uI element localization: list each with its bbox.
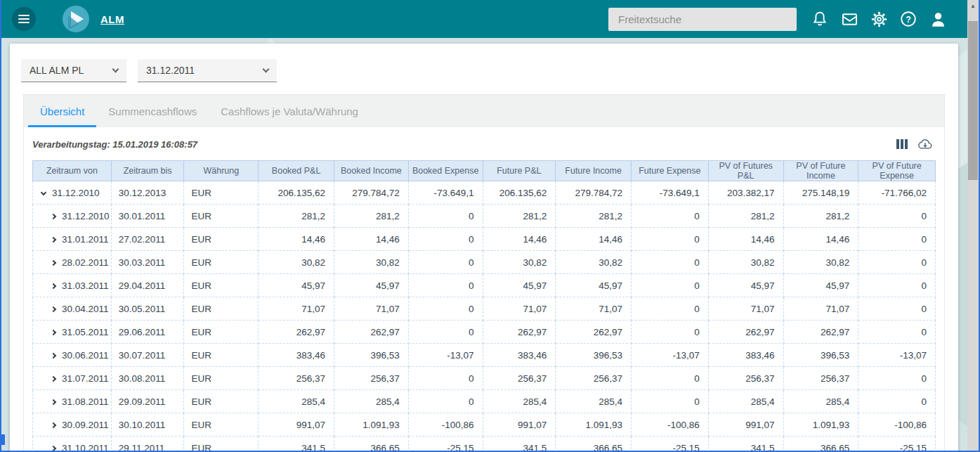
cell-zeitraum-bis: 30.05.2011 — [111, 297, 184, 321]
cell-zeitraum-von: 31.05.2011 — [33, 321, 112, 344]
col-header-pv-future-income[interactable]: PV of Future Income — [783, 161, 858, 181]
col-header-pv-futures-pl[interactable]: PV of Futures P&L — [708, 161, 783, 181]
col-header-future-expense[interactable]: Future Expense — [632, 161, 709, 181]
hamburger-menu-icon[interactable] — [12, 7, 36, 31]
cell-future-pl: 383,46 — [483, 344, 556, 367]
cell-booked-income: 366,65 — [334, 437, 409, 452]
table-row[interactable]: 31.10.2011 29.11.2011 EUR 341,5 366,65 -… — [33, 437, 936, 452]
cell-future-expense: 0 — [632, 205, 709, 228]
table-row[interactable]: 30.06.2011 30.07.2011 EUR 383,46 396,53 … — [33, 344, 936, 367]
table-row[interactable]: 31.01.2011 27.02.2011 EUR 14,46 14,46 0 … — [33, 228, 936, 251]
expand-chevron-icon[interactable] — [51, 236, 56, 242]
brand-name[interactable]: ALM — [100, 13, 124, 25]
cell-pv-future-expense: 0 — [858, 274, 936, 297]
scrollbar-up-arrow-icon[interactable]: ▲ — [967, 0, 979, 12]
vertical-scrollbar[interactable]: ▲ — [967, 0, 979, 452]
cell-pv-future-expense: 0 — [858, 367, 936, 390]
expand-chevron-icon[interactable] — [51, 375, 56, 381]
tab-uebersicht[interactable]: Übersicht — [28, 95, 96, 127]
inbox-button[interactable] — [835, 5, 864, 33]
cell-future-income: 279.784,72 — [556, 181, 632, 205]
expand-chevron-icon[interactable] — [41, 189, 46, 195]
cell-booked-expense: 0 — [408, 274, 483, 297]
table-row[interactable]: 31.07.2011 30.08.2011 EUR 256,37 256,37 … — [33, 367, 936, 390]
cell-zeitraum-bis: 30.07.2011 — [111, 344, 184, 367]
bell-icon — [811, 10, 829, 28]
expand-chevron-icon[interactable] — [51, 399, 56, 404]
expand-chevron-icon[interactable] — [51, 445, 56, 451]
notifications-button[interactable] — [805, 5, 835, 33]
settings-button[interactable] — [864, 5, 894, 33]
cell-zeitraum-von: 31.07.2011 — [33, 367, 112, 390]
expand-chevron-icon[interactable] — [51, 329, 56, 335]
cell-future-expense: 0 — [632, 321, 709, 344]
cell-waehrung: EUR — [184, 390, 259, 413]
cell-pv-futures-pl: 203.382,17 — [708, 181, 783, 205]
cashflow-table: Zeitraum von Zeitraum bis Währung Booked… — [32, 160, 936, 452]
col-header-pv-future-expense[interactable]: PV of Future Expense — [858, 161, 936, 181]
table-row[interactable]: 31.03.2011 29.04.2011 EUR 45,97 45,97 0 … — [33, 274, 936, 297]
expand-chevron-icon[interactable] — [51, 213, 56, 219]
inbox-icon — [840, 10, 859, 29]
cell-booked-income: 279.784,72 — [334, 181, 409, 205]
cell-future-pl: 256,37 — [483, 367, 556, 390]
main-content-card: ALL ALM PL 31.12.2011 Übersicht Summenca… — [10, 44, 958, 452]
account-button[interactable] — [923, 5, 953, 33]
col-header-waehrung[interactable]: Währung — [184, 161, 259, 181]
table-row[interactable]: 30.04.2011 30.05.2011 EUR 71,07 71,07 0 … — [33, 297, 936, 321]
cell-pv-futures-pl: 383,46 — [708, 344, 783, 367]
portfolio-select[interactable]: ALL ALM PL — [21, 59, 126, 82]
cell-booked-expense: -25,15 — [408, 437, 483, 452]
search-input[interactable] — [608, 8, 797, 31]
cell-future-expense: -25,15 — [632, 437, 709, 452]
cell-waehrung: EUR — [184, 297, 259, 321]
col-header-zeitraum-bis[interactable]: Zeitraum bis — [111, 161, 184, 181]
cell-zeitraum-bis: 29.09.2011 — [111, 390, 184, 413]
table-row[interactable]: 31.12.2010 30.01.2011 EUR 281,2 281,2 0 … — [33, 205, 936, 228]
cell-zeitraum-bis: 30.08.2011 — [111, 367, 184, 390]
tab-cashflows-je-valuta[interactable]: Cashflows je Valuta/Währung — [209, 95, 370, 127]
cell-zeitraum-von: 30.06.2011 — [33, 344, 112, 367]
chevron-down-icon — [112, 65, 119, 72]
col-header-future-income[interactable]: Future Income — [556, 161, 632, 181]
top-app-bar: ALM — [0, 0, 968, 38]
cell-booked-pl: 30,82 — [259, 251, 334, 274]
choose-columns-icon[interactable] — [896, 139, 908, 149]
col-header-zeitraum-von[interactable]: Zeitraum von — [33, 161, 112, 181]
col-header-future-pl[interactable]: Future P&L — [483, 161, 556, 181]
cell-waehrung: EUR — [184, 367, 259, 390]
date-select[interactable]: 31.12.2011 — [138, 59, 277, 82]
tab-summencashflows[interactable]: Summencashflows — [96, 95, 209, 127]
app-logo[interactable]: ALM — [63, 6, 124, 32]
cell-booked-pl: 14,46 — [259, 228, 334, 251]
cell-pv-future-expense: 0 — [858, 251, 936, 274]
help-button[interactable]: ? — [894, 5, 923, 33]
cell-pv-future-income: 30,82 — [783, 251, 858, 274]
cell-future-expense: 0 — [632, 274, 709, 297]
table-row[interactable]: 31.05.2011 29.06.2011 EUR 262,97 262,97 … — [33, 321, 936, 344]
cell-pv-future-expense: 0 — [858, 228, 936, 251]
expand-chevron-icon[interactable] — [51, 422, 56, 427]
expand-chevron-icon[interactable] — [51, 283, 56, 288]
table-row[interactable]: 30.09.2011 30.10.2011 EUR 991,07 1.091,9… — [33, 413, 936, 437]
brand-logo-icon — [63, 6, 89, 32]
cloud-download-icon[interactable] — [917, 137, 933, 151]
col-header-booked-pl[interactable]: Booked P&L — [259, 161, 334, 181]
cell-future-expense: 0 — [632, 390, 709, 413]
cell-future-income: 281,2 — [556, 205, 632, 228]
col-header-booked-income[interactable]: Booked Income — [334, 161, 409, 181]
col-header-booked-expense[interactable]: Booked Expense — [408, 161, 483, 181]
table-row[interactable]: 28.02.2011 30.03.2011 EUR 30,82 30,82 0 … — [33, 251, 936, 274]
table-row[interactable]: 31.08.2011 29.09.2011 EUR 285,4 285,4 0 … — [33, 390, 936, 413]
expand-chevron-icon[interactable] — [51, 352, 56, 358]
cell-booked-pl: 991,07 — [259, 413, 334, 437]
table-row[interactable]: 31.12.2010 30.12.2013 EUR 206.135,62 279… — [33, 181, 936, 205]
filter-row: ALL ALM PL 31.12.2011 — [10, 44, 958, 82]
cell-future-income: 1.091,93 — [556, 413, 632, 437]
cell-zeitraum-bis: 30.10.2011 — [111, 413, 184, 437]
scrollbar-thumb[interactable] — [968, 21, 978, 180]
expand-chevron-icon[interactable] — [51, 259, 56, 265]
expand-chevron-icon[interactable] — [51, 306, 56, 311]
gear-icon — [870, 10, 889, 29]
cell-future-income: 285,4 — [556, 390, 632, 413]
